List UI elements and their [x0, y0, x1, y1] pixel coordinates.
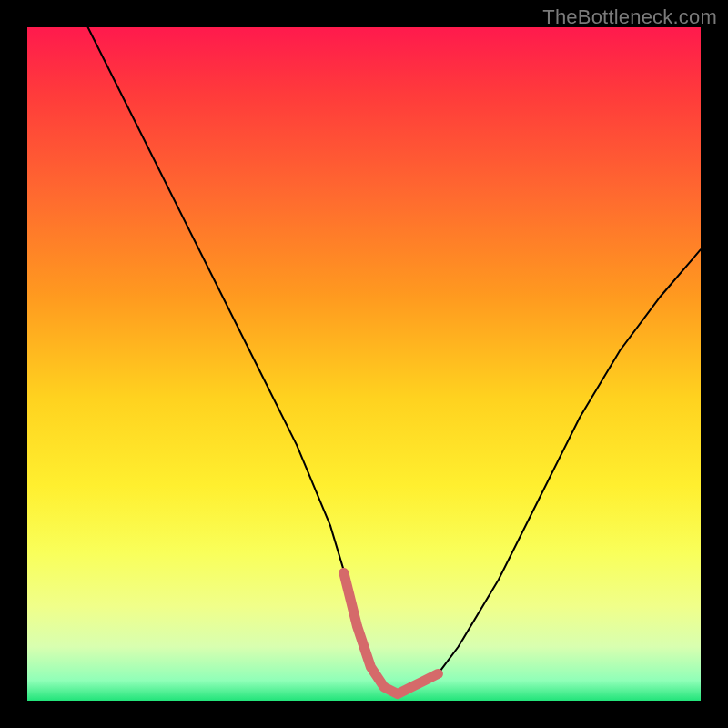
chart-frame: TheBottleneck.com [0, 0, 728, 728]
highlight-path [344, 572, 439, 693]
curve-path [88, 27, 701, 694]
chart-svg [27, 27, 701, 701]
watermark-label: TheBottleneck.com [542, 5, 717, 29]
chart-plot-area [27, 27, 701, 701]
